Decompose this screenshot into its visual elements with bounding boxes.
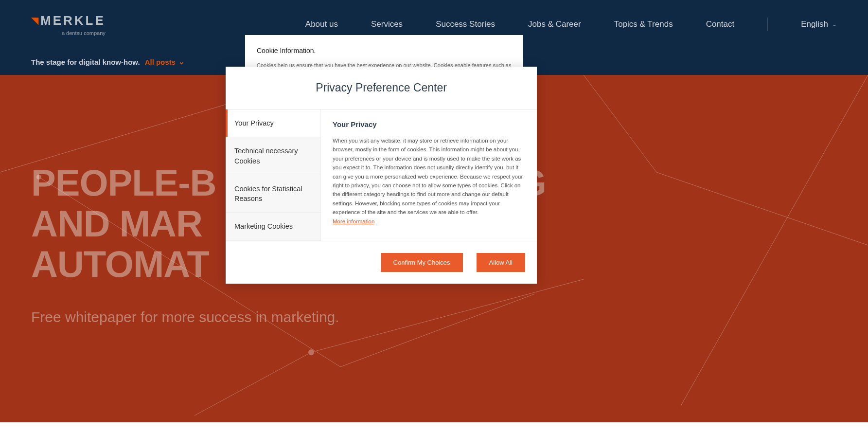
modal-tabs: Your Privacy Technical necessary Cookies…: [226, 109, 321, 241]
nav-success[interactable]: Success Stories: [436, 19, 495, 29]
modal-content-text: When you visit any website, it may store…: [333, 136, 525, 226]
nav-contact[interactable]: Contact: [706, 19, 735, 29]
logo-arrow-icon: ◥: [31, 15, 38, 26]
modal-content-body: When you visit any website, it may store…: [333, 138, 523, 215]
logo-text: MERKLE: [40, 13, 106, 28]
modal-title: Privacy Preference Center: [237, 81, 525, 94]
language-label: English: [801, 19, 828, 29]
language-selector[interactable]: English ⌄: [801, 19, 837, 29]
subheader-text: The stage for digital know-how.: [31, 58, 140, 66]
logo[interactable]: ◥ MERKLE a dentsu company: [31, 13, 106, 36]
svg-line-5: [584, 75, 656, 172]
more-information-link[interactable]: More information: [333, 218, 374, 224]
allow-all-button[interactable]: Allow All: [477, 253, 525, 272]
nav-topics[interactable]: Topics & Trends: [614, 19, 673, 29]
svg-line-2: [340, 294, 535, 367]
tab-technical-cookies[interactable]: Technical necessary Cookies: [226, 137, 320, 175]
svg-line-3: [195, 352, 311, 416]
nav-jobs[interactable]: Jobs & Career: [528, 19, 581, 29]
chevron-down-icon: ⌄: [832, 21, 837, 28]
nav-about[interactable]: About us: [305, 19, 338, 29]
nav-services[interactable]: Services: [371, 19, 403, 29]
modal-header: Privacy Preference Center: [226, 67, 537, 109]
tab-statistical-cookies[interactable]: Cookies for Statistical Reasons: [226, 175, 320, 213]
logo-subtitle: a dentsu company: [31, 30, 106, 36]
hero-title-line3: AUTOMAT: [31, 243, 209, 285]
hero-subtitle: Free whitepaper for more success in mark…: [31, 309, 837, 326]
all-posts-label: All posts: [145, 58, 176, 66]
modal-footer: Confirm My Choices Allow All: [226, 241, 537, 284]
modal-content: Your Privacy When you visit any website,…: [321, 109, 537, 241]
privacy-modal: Privacy Preference Center Your Privacy T…: [226, 67, 537, 284]
svg-point-9: [308, 349, 314, 355]
modal-body: Your Privacy Technical necessary Cookies…: [226, 109, 537, 241]
tab-marketing-cookies[interactable]: Marketing Cookies: [226, 213, 320, 240]
all-posts-link[interactable]: All posts ⌄: [145, 57, 185, 66]
chevron-down-icon: ⌄: [178, 57, 185, 66]
svg-line-0: [0, 99, 243, 172]
tab-your-privacy[interactable]: Your Privacy: [226, 109, 320, 137]
hero-title-line2: AND MAR: [31, 203, 202, 244]
main-nav: About us Services Success Stories Jobs &…: [305, 18, 837, 31]
modal-content-title: Your Privacy: [333, 120, 525, 128]
cookie-banner-title: Cookie Information.: [257, 47, 512, 54]
confirm-choices-button[interactable]: Confirm My Choices: [381, 253, 463, 272]
nav-divider: [767, 18, 768, 31]
